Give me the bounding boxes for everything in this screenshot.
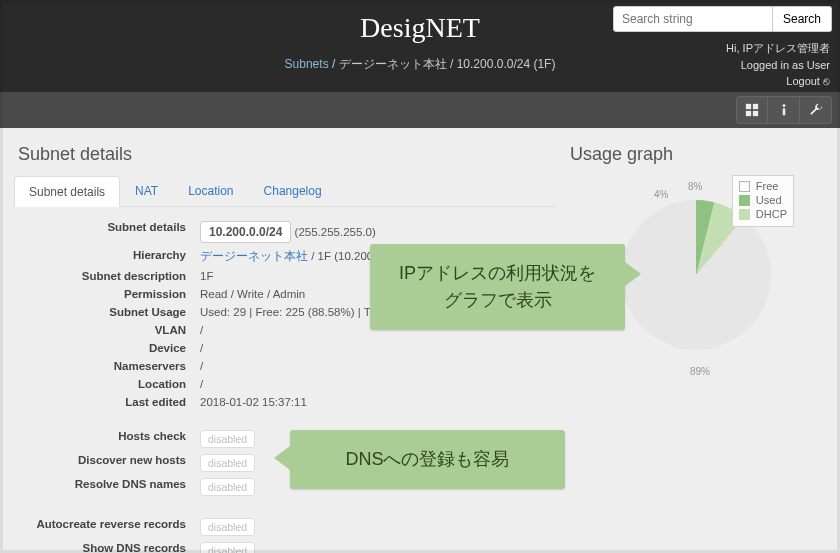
val-location: / bbox=[198, 376, 554, 392]
info-button[interactable] bbox=[768, 96, 800, 124]
label-usage: Subnet Usage bbox=[16, 304, 196, 320]
label-discover: Discover new hosts bbox=[16, 452, 196, 474]
label-autocreate: Autocreate reverse records bbox=[16, 516, 196, 538]
label-permission: Permission bbox=[16, 286, 196, 302]
label-vlan: VLAN bbox=[16, 322, 196, 338]
search-form: Search bbox=[613, 6, 832, 32]
callout-graph: IPアドレスの利用状況を グラフで表示 bbox=[370, 244, 625, 330]
label-ns: Nameservers bbox=[16, 358, 196, 374]
subnet-pill: 10.200.0.0/24 bbox=[200, 221, 291, 243]
label-subnet-details: Subnet details bbox=[16, 219, 196, 245]
label-hierarchy: Hierarchy bbox=[16, 247, 196, 266]
view-grid-button[interactable] bbox=[736, 96, 768, 124]
svg-rect-5 bbox=[782, 108, 784, 115]
label-description: Subnet description bbox=[16, 268, 196, 284]
svg-rect-0 bbox=[746, 104, 751, 109]
pct-free: 89% bbox=[690, 366, 710, 377]
val-discover: disabled bbox=[200, 454, 255, 472]
tab-location[interactable]: Location bbox=[173, 175, 248, 206]
svg-rect-3 bbox=[753, 111, 758, 116]
tab-bar: Subnet details NAT Location Changelog bbox=[14, 175, 556, 207]
breadcrumb-mid: デージーネット本社 bbox=[339, 57, 447, 71]
pct-used: 8% bbox=[688, 181, 702, 192]
legend-sq-dhcp bbox=[739, 209, 750, 220]
legend-used: Used bbox=[756, 194, 782, 206]
val-resolve: disabled bbox=[200, 478, 255, 496]
user-info: Hi, IPアドレス管理者 Logged in as User Logout ⎋ bbox=[726, 40, 830, 90]
breadcrumb-root[interactable]: Subnets bbox=[285, 57, 329, 71]
subnet-mask: (255.255.255.0) bbox=[291, 226, 375, 238]
label-location: Location bbox=[16, 376, 196, 392]
svg-rect-2 bbox=[746, 111, 751, 116]
tab-changelog[interactable]: Changelog bbox=[249, 175, 337, 206]
search-input[interactable] bbox=[613, 6, 773, 32]
section-title-right: Usage graph bbox=[570, 144, 826, 165]
legend-free: Free bbox=[756, 180, 779, 192]
label-lastedited: Last edited bbox=[16, 394, 196, 410]
logout-icon: ⎋ bbox=[823, 75, 830, 87]
legend-dhcp: DHCP bbox=[756, 208, 787, 220]
breadcrumb: Subnets / デージーネット本社 / 10.200.0.0/24 (1F) bbox=[0, 56, 840, 73]
tools-button[interactable] bbox=[800, 96, 832, 124]
label-resolve: Resolve DNS names bbox=[16, 476, 196, 498]
legend-sq-free bbox=[739, 181, 750, 192]
val-hostscheck: disabled bbox=[200, 430, 255, 448]
chart-legend: Free Used DHCP bbox=[732, 175, 794, 227]
label-device: Device bbox=[16, 340, 196, 356]
val-autocreate: disabled bbox=[200, 518, 255, 536]
label-showdns: Show DNS records bbox=[16, 540, 196, 553]
user-greeting: Hi, IPアドレス管理者 bbox=[726, 40, 830, 57]
val-lastedited: 2018-01-02 15:37:11 bbox=[198, 394, 554, 410]
val-showdns: disabled bbox=[200, 542, 255, 553]
tab-nat[interactable]: NAT bbox=[120, 175, 173, 206]
callout-dns: DNSへの登録も容易 bbox=[290, 430, 565, 489]
view-toolbar bbox=[0, 92, 840, 128]
svg-rect-1 bbox=[753, 104, 758, 109]
breadcrumb-leaf: 10.200.0.0/24 (1F) bbox=[457, 57, 556, 71]
logout-link[interactable]: Logout ⎋ bbox=[786, 75, 830, 87]
legend-sq-used bbox=[739, 195, 750, 206]
pct-dhcp: 4% bbox=[654, 189, 668, 200]
val-ns: / bbox=[198, 358, 554, 374]
svg-point-4 bbox=[782, 104, 785, 107]
header: DesigNET Subnets / デージーネット本社 / 10.200.0.… bbox=[0, 0, 840, 92]
user-loggedin: Logged in as User bbox=[726, 57, 830, 74]
search-button[interactable]: Search bbox=[773, 6, 832, 32]
hierarchy-link[interactable]: デージーネット本社 bbox=[200, 250, 308, 262]
val-device: / bbox=[198, 340, 554, 356]
section-title-left: Subnet details bbox=[18, 144, 556, 165]
label-hostscheck: Hosts check bbox=[16, 428, 196, 450]
tab-subnet-details[interactable]: Subnet details bbox=[14, 176, 120, 207]
